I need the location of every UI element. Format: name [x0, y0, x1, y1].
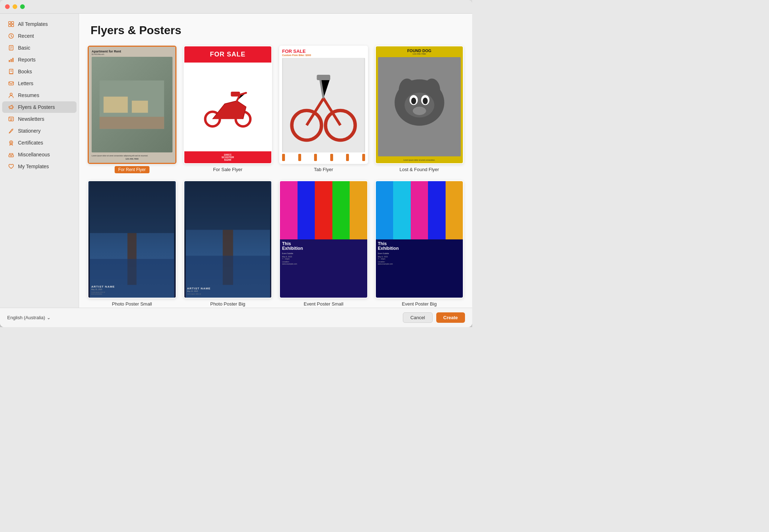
clock-icon: [8, 33, 14, 39]
envelope-icon: [8, 80, 14, 87]
book-icon: [8, 68, 14, 75]
tray-icon: [8, 151, 14, 158]
lost-found-title-text: FOUND DOG: [407, 49, 431, 53]
sidebar-item-newsletters[interactable]: Newsletters: [2, 113, 77, 125]
template-card-lost-found[interactable]: FOUND DOG 123-456-7890: [375, 46, 464, 173]
sidebar-label-reports: Reports: [18, 57, 36, 63]
sidebar-item-basic[interactable]: Basic: [2, 42, 77, 54]
template-thumb-tab-flyer: FOR SALE Custom Fixie Bike: $300: [279, 46, 368, 164]
svg-rect-55: [186, 181, 270, 230]
template-label-event-poster-big: Event Poster Big: [402, 301, 437, 307]
template-card-photo-poster-big[interactable]: ARTIST NAME May 15, 2023 Lorem ipsum dol…: [184, 180, 272, 307]
grid-icon: [8, 21, 14, 27]
language-label: English (Australia): [7, 315, 45, 320]
megaphone-icon: [8, 104, 14, 110]
sidebar-label-recent: Recent: [18, 33, 34, 39]
svg-rect-3: [11, 24, 14, 27]
sidebar-item-flyers-posters[interactable]: Flyers & Posters: [2, 101, 77, 113]
sidebar-label-newsletters: Newsletters: [18, 116, 44, 122]
for-sale-title-text: FOR SALE: [184, 46, 272, 63]
sidebar-item-recent[interactable]: Recent: [2, 30, 77, 42]
svg-rect-10: [11, 59, 12, 62]
sidebar: All Templates Recent: [0, 14, 79, 308]
chevron-down-icon: ⌄: [47, 315, 51, 320]
sidebar-label-resumes: Resumes: [18, 92, 39, 98]
svg-point-47: [413, 107, 426, 115]
doc-icon: [8, 45, 14, 51]
svg-point-16: [10, 93, 12, 95]
create-button[interactable]: Create: [436, 312, 465, 323]
template-label-photo-poster-small: Photo Poster Small: [112, 301, 152, 307]
template-card-for-rent-flyer[interactable]: Apartment for Rent $1400/Month L: [88, 46, 176, 173]
fullscreen-button[interactable]: [20, 4, 25, 9]
for-rent-room-image: [92, 57, 172, 152]
sidebar-label-basic: Basic: [18, 45, 30, 51]
template-card-tab-flyer[interactable]: FOR SALE Custom Fixie Bike: $300: [279, 46, 368, 173]
for-sale-scooter-image: [184, 63, 272, 151]
template-card-photo-poster-small[interactable]: ARTIST NAME May 15, 2023 Lorem ipsum dol…: [88, 180, 176, 307]
template-card-event-poster-big[interactable]: ThisExhibition Event Subtitle May 9, 202…: [375, 180, 464, 307]
sidebar-item-books[interactable]: Books: [2, 66, 77, 77]
svg-rect-0: [9, 22, 11, 24]
sidebar-label-letters: Letters: [18, 81, 33, 86]
template-thumb-event-poster-big: ThisExhibition Event Subtitle May 9, 202…: [375, 180, 464, 299]
sidebar-item-stationery[interactable]: Stationery: [2, 125, 77, 137]
template-thumb-for-rent: Apartment for Rent $1400/Month L: [88, 46, 176, 164]
sidebar-label-miscellaneous: Miscellaneous: [18, 152, 50, 157]
svg-rect-51: [90, 181, 174, 233]
sidebar-item-resumes[interactable]: Resumes: [2, 90, 77, 101]
title-bar: [0, 0, 472, 14]
traffic-lights: [5, 4, 25, 9]
bottom-bar: English (Australia) ⌄ Cancel Create: [0, 308, 472, 327]
template-thumb-for-sale: FOR SALE 100CCSCOOTER$1200: [184, 46, 272, 164]
template-thumb-photo-poster-big: ARTIST NAME May 15, 2023 Lorem ipsum dol…: [184, 180, 272, 299]
template-label-photo-poster-big: Photo Poster Big: [210, 301, 245, 307]
sidebar-label-stationery: Stationery: [18, 128, 41, 134]
main-panel: Flyers & Posters Apartment for Rent $140…: [79, 14, 472, 308]
minimize-button[interactable]: [13, 4, 17, 9]
template-label-event-poster-small: Event Poster Small: [304, 301, 344, 307]
sidebar-label-books: Books: [18, 69, 32, 74]
sidebar-item-reports[interactable]: Reports: [2, 54, 77, 65]
svg-rect-34: [283, 58, 364, 152]
svg-rect-29: [132, 101, 148, 113]
sidebar-label-flyers-posters: Flyers & Posters: [18, 104, 55, 110]
template-card-for-sale-flyer[interactable]: FOR SALE 100CCSCOOTER$1200: [184, 46, 272, 173]
rosette-icon: [8, 139, 14, 146]
sidebar-item-miscellaneous[interactable]: Miscellaneous: [2, 149, 77, 160]
for-sale-footer-text: 100CCSCOOTER$1200: [184, 151, 272, 163]
tab-flyer-title-text: FOR SALE: [282, 49, 365, 54]
main-header: Flyers & Posters: [79, 14, 472, 43]
template-thumb-lost-found: FOUND DOG 123-456-7890: [375, 46, 464, 164]
newspaper-icon: [8, 116, 14, 122]
close-button[interactable]: [5, 4, 10, 9]
photo-poster-small-bg: [88, 181, 176, 298]
template-label-tab-flyer: Tab Flyer: [314, 167, 333, 172]
template-thumb-photo-poster-small: ARTIST NAME May 15, 2023 Lorem ipsum dol…: [88, 180, 176, 299]
sidebar-item-all-templates[interactable]: All Templates: [2, 18, 77, 30]
svg-rect-22: [9, 117, 10, 119]
tab-flyer-bike-image: [282, 58, 365, 152]
sidebar-item-letters[interactable]: Letters: [2, 78, 77, 89]
sidebar-item-certificates[interactable]: Certificates: [2, 137, 77, 148]
selected-badge: For Rent Flyer: [115, 166, 149, 173]
sidebar-label-my-templates: My Templates: [18, 164, 49, 169]
person-icon: [8, 92, 14, 98]
chart-icon: [8, 56, 14, 63]
cancel-button[interactable]: Cancel: [403, 312, 432, 323]
event-poster-big-text: ThisExhibition Event Subtitle May 9, 202…: [376, 239, 463, 298]
svg-rect-28: [104, 96, 128, 113]
templates-grid: Apartment for Rent $1400/Month L: [79, 43, 472, 308]
event-poster-big-stripes: [376, 181, 463, 239]
photo-poster-big-bg: [184, 181, 272, 298]
event-poster-small-stripes: [280, 181, 367, 239]
lost-found-dog-image: [378, 57, 461, 156]
sidebar-item-my-templates[interactable]: My Templates: [2, 161, 77, 172]
sidebar-label-certificates: Certificates: [18, 140, 43, 146]
template-thumb-event-poster-small: ThisExhibition Event Subtitle May 9, 202…: [279, 180, 368, 299]
svg-point-23: [10, 141, 13, 144]
heart-icon: [8, 163, 14, 170]
svg-rect-2: [9, 24, 11, 27]
language-selector[interactable]: English (Australia) ⌄: [7, 315, 51, 320]
template-card-event-poster-small[interactable]: ThisExhibition Event Subtitle May 9, 202…: [279, 180, 368, 307]
